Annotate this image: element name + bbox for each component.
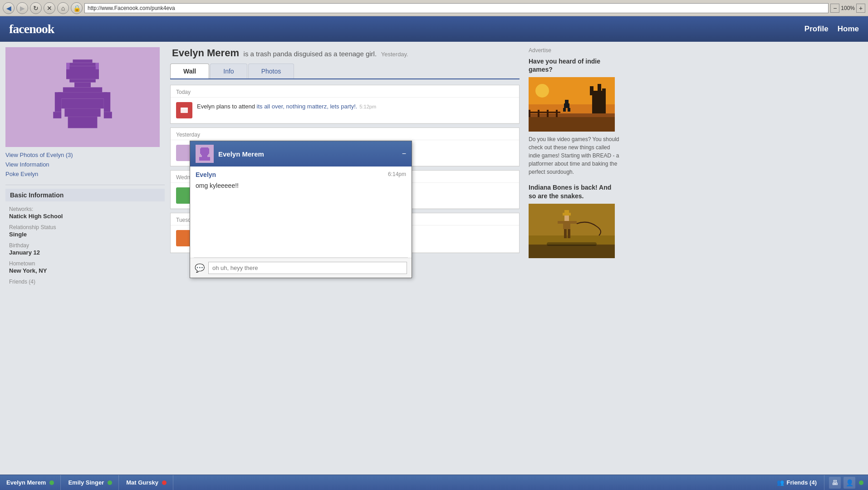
zoom-controls: − 100% + bbox=[830, 4, 865, 13]
svg-rect-26 bbox=[529, 113, 615, 117]
svg-point-40 bbox=[535, 84, 549, 98]
friends-label: Friends (4) bbox=[787, 479, 817, 486]
site-logo[interactable]: facenook bbox=[9, 22, 54, 36]
post-time: 5:12pm bbox=[359, 104, 376, 109]
svg-rect-9 bbox=[55, 92, 61, 112]
tab-info[interactable]: Info bbox=[210, 64, 247, 78]
ad-box-2: Indiana Bones is back! And so are the sn… bbox=[529, 183, 619, 258]
ad1-image[interactable] bbox=[529, 77, 615, 132]
svg-rect-8 bbox=[64, 108, 100, 117]
chat-sender-row: Evelyn 6:14pm bbox=[190, 167, 412, 180]
svg-rect-37 bbox=[547, 110, 549, 117]
birthday-label: Birthday bbox=[9, 242, 161, 249]
sidebar-links: View Photos of Evelyn (3) View Informati… bbox=[5, 152, 165, 177]
profile-nav-link[interactable]: Profile bbox=[804, 24, 829, 34]
mat-status-dot bbox=[162, 480, 167, 485]
evelyn-name: Evelyn Merem bbox=[6, 479, 46, 486]
tab-wall[interactable]: Wall bbox=[170, 64, 209, 78]
right-sidebar: Advertise Have you heard of indie games? bbox=[524, 42, 624, 490]
chat-header: Evelyn Merem − bbox=[190, 141, 412, 167]
svg-rect-48 bbox=[558, 221, 563, 224]
hometown-value: New York, NY bbox=[9, 267, 161, 274]
page-body: View Photos of Evelyn (3) View Informati… bbox=[0, 42, 868, 490]
svg-rect-1 bbox=[69, 63, 96, 66]
svg-rect-51 bbox=[568, 229, 570, 238]
chat-minimize-button[interactable]: − bbox=[402, 150, 406, 158]
svg-rect-17 bbox=[181, 108, 188, 109]
svg-rect-15 bbox=[96, 63, 99, 69]
header-nav: Profile Home bbox=[804, 24, 859, 34]
bottom-bar: Evelyn Merem Emily Singer Mat Gursky 👥 F… bbox=[0, 475, 868, 490]
svg-rect-7 bbox=[61, 99, 104, 109]
chat-header-left: Evelyn Merem bbox=[196, 145, 264, 163]
ad2-title: Indiana Bones is back! And so are the sn… bbox=[529, 183, 619, 200]
svg-rect-25 bbox=[529, 116, 615, 132]
friends-button[interactable]: 👥 Friends (4) bbox=[770, 475, 823, 490]
profile-header: Evelyn Merem is a trash panda disguised … bbox=[170, 47, 520, 59]
chat-input[interactable] bbox=[208, 262, 407, 274]
security-icon: 🔒 bbox=[71, 2, 83, 14]
chat-user-emily[interactable]: Emily Singer bbox=[62, 475, 119, 490]
evelyn-status-dot bbox=[49, 480, 54, 485]
svg-rect-27 bbox=[565, 100, 569, 103]
zoom-in-button[interactable]: + bbox=[856, 4, 865, 13]
svg-rect-46 bbox=[564, 216, 569, 221]
tab-photos[interactable]: Photos bbox=[248, 64, 294, 78]
basic-info-section: Networks: Natick High School Relationshi… bbox=[5, 206, 165, 285]
back-button[interactable]: ◀ bbox=[3, 2, 15, 14]
profile-status: is a trash panda disguised as a teenage … bbox=[244, 50, 377, 58]
ad-box-1: Have you heard of indie games? bbox=[529, 57, 619, 176]
svg-rect-21 bbox=[202, 155, 207, 157]
forward-button[interactable]: ▶ bbox=[16, 2, 28, 14]
svg-rect-5 bbox=[63, 87, 102, 92]
poke-link[interactable]: Poke Evelyn bbox=[5, 171, 165, 177]
svg-rect-10 bbox=[104, 92, 110, 112]
svg-rect-45 bbox=[564, 210, 569, 214]
svg-rect-12 bbox=[104, 112, 112, 118]
emily-status-dot bbox=[108, 480, 112, 485]
person-icon[interactable]: 👤 bbox=[843, 477, 855, 489]
left-sidebar: View Photos of Evelyn (3) View Informati… bbox=[0, 42, 170, 490]
relationship-value: Single bbox=[9, 231, 161, 238]
stop-button[interactable]: ✕ bbox=[44, 2, 55, 14]
ad1-text: Do you like video games? You should chec… bbox=[529, 135, 619, 176]
screen-share-icon[interactable]: 🖶 bbox=[829, 477, 841, 489]
user-status-dot bbox=[859, 480, 863, 485]
home-nav-link[interactable]: Home bbox=[838, 24, 859, 34]
zoom-out-button[interactable]: − bbox=[830, 4, 839, 13]
view-photos-link[interactable]: View Photos of Evelyn (3) bbox=[5, 152, 165, 158]
chat-title: Evelyn Merem bbox=[218, 150, 264, 158]
ad2-image[interactable] bbox=[529, 204, 615, 258]
svg-rect-4 bbox=[74, 83, 91, 88]
post-link[interactable]: its all over, nothing matterz, lets part… bbox=[257, 103, 358, 110]
svg-rect-18 bbox=[201, 147, 208, 148]
chat-avatar bbox=[196, 145, 214, 163]
home-button[interactable]: ⌂ bbox=[57, 2, 69, 14]
site-header: facenook Profile Home bbox=[0, 16, 868, 42]
view-information-link[interactable]: View Information bbox=[5, 161, 165, 168]
svg-rect-30 bbox=[568, 108, 570, 112]
svg-rect-11 bbox=[53, 112, 61, 118]
chat-time: 6:14pm bbox=[388, 171, 406, 177]
bottom-icons: 🖶 👤 bbox=[824, 475, 868, 490]
svg-rect-0 bbox=[73, 59, 92, 63]
mat-name: Mat Gursky bbox=[126, 479, 158, 486]
svg-rect-2 bbox=[66, 66, 99, 79]
svg-rect-47 bbox=[563, 221, 570, 229]
chat-message: omg kyleeeee!! bbox=[190, 180, 412, 195]
svg-rect-3 bbox=[69, 79, 96, 82]
svg-rect-39 bbox=[529, 112, 560, 113]
svg-rect-14 bbox=[66, 63, 69, 69]
chat-user-evelyn[interactable]: Evelyn Merem bbox=[0, 475, 61, 490]
reload-button[interactable]: ↻ bbox=[30, 2, 42, 14]
chat-user-mat[interactable]: Mat Gursky bbox=[120, 475, 173, 490]
svg-rect-6 bbox=[58, 92, 107, 98]
svg-rect-35 bbox=[529, 110, 530, 117]
profile-photo-box bbox=[5, 47, 160, 147]
chat-bubble-icon: 💬 bbox=[195, 263, 205, 273]
browser-chrome: ◀ ▶ ↻ ✕ ⌂ 🔒 http://www.Facenook.com/punk… bbox=[0, 0, 868, 16]
post-row: Evelyn plans to attend its all over, not… bbox=[171, 98, 519, 123]
svg-rect-43 bbox=[529, 245, 615, 258]
address-bar[interactable]: http://www.Facenook.com/punk4eva bbox=[84, 3, 829, 13]
svg-rect-22 bbox=[199, 157, 210, 161]
